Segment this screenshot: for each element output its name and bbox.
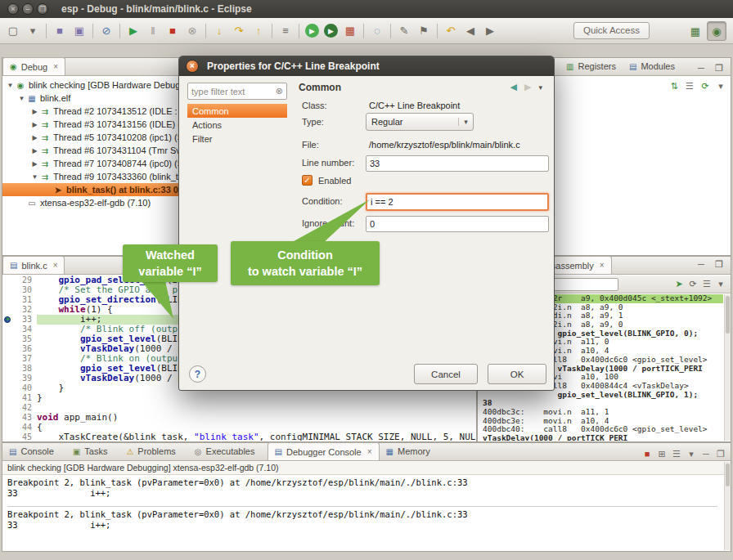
step-over-icon[interactable]: ↷ (230, 22, 248, 40)
tab-tasks[interactable]: ▣ Tasks (66, 442, 120, 460)
annotations-icon[interactable]: ✎ (395, 22, 413, 40)
console-menu-icon[interactable]: ▾ (685, 447, 698, 460)
separator[interactable] (299, 24, 299, 38)
disassembly-line[interactable]: vTaskDelay(1000 / portTICK_PERI (483, 434, 723, 441)
terminate-console-icon[interactable]: ■ (641, 447, 654, 460)
maximize-icon[interactable]: ❐ (713, 61, 726, 74)
tab-registers[interactable]: ▥ Registers (560, 57, 623, 75)
view-menu-icon[interactable]: ▾ (714, 79, 727, 92)
enabled-checkbox[interactable]: ✓ (302, 175, 313, 186)
tab-blink-c[interactable]: ▤ blink.c × (2, 256, 65, 274)
scrollbar-thumb[interactable] (726, 464, 730, 486)
instruction-stepping-icon[interactable]: ≡ (277, 22, 295, 40)
separator[interactable] (363, 24, 364, 38)
code-line[interactable]: 43void app_main() (2, 413, 476, 423)
back-history-icon[interactable]: ◀ (461, 22, 479, 40)
code-line[interactable]: 41} (2, 393, 476, 403)
separator[interactable] (46, 24, 47, 38)
condition-input[interactable] (366, 193, 549, 211)
line-number-input[interactable] (366, 155, 549, 172)
filter-box[interactable]: type filter text ⊗ (187, 83, 287, 100)
back-arrow-icon[interactable]: ◀ (510, 82, 517, 92)
clear-filter-icon[interactable]: ⊗ (276, 86, 283, 96)
step-return-icon[interactable]: ↑ (250, 22, 268, 40)
dialog-nav-filter[interactable]: Filter (187, 132, 287, 146)
cancel-button[interactable]: Cancel (414, 364, 478, 384)
close-tab-icon[interactable]: × (53, 62, 58, 71)
help-button[interactable]: ? (189, 365, 206, 383)
profile-icon[interactable]: ▦ (341, 22, 359, 40)
tree-expander-icon[interactable]: ▶ (30, 134, 39, 141)
breakpoint-marker[interactable]: ➤ (2, 315, 16, 325)
list-icon[interactable]: ☰ (683, 79, 696, 92)
ok-button[interactable]: OK (488, 364, 546, 384)
separator[interactable] (205, 24, 206, 38)
pin-console-icon[interactable]: ⊞ (655, 447, 668, 460)
ignore-count-input[interactable] (366, 216, 549, 232)
tree-expander-icon[interactable]: ▼ (6, 82, 15, 89)
tab-console[interactable]: ▤ Console (2, 442, 66, 460)
code-line[interactable]: 45 xTaskCreate(&blink_task, "blink_task"… (2, 432, 476, 441)
console-scrollbar[interactable] (724, 462, 731, 550)
scrollbar-thumb[interactable] (726, 296, 730, 334)
skip-breakpoints-icon[interactable]: ⊘ (97, 22, 115, 40)
window-maximize-button[interactable]: ❐ (37, 3, 48, 15)
separator[interactable] (390, 24, 391, 38)
goto-pc-icon[interactable]: ➤ (672, 278, 686, 291)
list-icon[interactable]: ☰ (700, 278, 713, 291)
maximize-icon[interactable]: ❐ (713, 258, 726, 271)
dialog-nav-actions[interactable]: Actions (187, 118, 287, 132)
close-tab-icon[interactable]: × (367, 447, 372, 456)
forward-history-icon[interactable]: ▶ (481, 22, 499, 40)
tab-problems[interactable]: ⚠ Problems (119, 442, 187, 460)
window-close-button[interactable]: × (7, 3, 19, 15)
view-menu-icon[interactable]: ▾ (538, 83, 542, 92)
tab-debug[interactable]: ◉ Debug × (2, 57, 65, 75)
new-menu-icon[interactable]: ▾ (24, 22, 42, 40)
search-icon[interactable]: ◌ (368, 22, 386, 40)
tree-expander-icon[interactable]: ▶ (30, 108, 39, 115)
tree-expander-icon[interactable]: ▼ (30, 173, 39, 181)
new-icon[interactable]: ▢ (4, 22, 22, 40)
perspective-debug-button[interactable]: ◉ (707, 21, 726, 41)
tab-debugger-console[interactable]: ▤ Debugger Console × (268, 442, 380, 460)
separator[interactable] (272, 24, 272, 38)
tree-expander-icon[interactable]: ▶ (30, 160, 39, 168)
step-into-icon[interactable]: ↓ (210, 22, 228, 40)
minimize-icon[interactable]: ─ (695, 61, 708, 74)
separator[interactable] (437, 24, 438, 38)
minimize-icon[interactable]: ─ (699, 447, 713, 460)
quick-access-button[interactable]: Quick Access (573, 22, 650, 39)
suspend-icon[interactable]: ‖ (144, 22, 162, 40)
tree-expander-icon[interactable]: ▶ (30, 147, 39, 155)
tab-modules[interactable]: ▤ Modules (623, 57, 681, 75)
window-minimize-button[interactable]: – (22, 3, 34, 15)
perspective-cpp-button[interactable]: ▦ (686, 21, 705, 41)
flag-icon[interactable]: ⚑ (415, 22, 433, 40)
run-icon[interactable]: ▶ (305, 24, 319, 38)
forward-arrow-icon[interactable]: ▶ (524, 82, 531, 92)
dialog-close-button[interactable]: × (186, 60, 199, 73)
refresh-icon[interactable]: ⟳ (686, 278, 699, 291)
save-all-icon[interactable]: ▣ (70, 22, 88, 40)
minimize-icon[interactable]: ─ (695, 258, 708, 271)
maximize-icon[interactable]: ❐ (714, 447, 727, 460)
layout-icon[interactable]: ⇅ (668, 79, 681, 92)
tree-expander-icon[interactable]: ▶ (30, 121, 39, 128)
save-icon[interactable]: ■ (51, 22, 69, 40)
tab-executables[interactable]: ◎ Executables (188, 442, 268, 460)
close-tab-icon[interactable]: × (53, 261, 58, 270)
disassembly-scrollbar[interactable] (724, 294, 731, 441)
tree-expander-icon[interactable]: ▼ (17, 95, 26, 102)
terminate-icon[interactable]: ■ (164, 22, 182, 40)
disconnect-icon[interactable]: ⊗ (183, 22, 201, 40)
refresh-icon[interactable]: ⟳ (699, 79, 712, 92)
tab-memory[interactable]: ▦ Memory (380, 442, 443, 460)
disassembly-line[interactable]: gpio_set_level(BLINK_GPIO, 1); (483, 391, 723, 400)
close-tab-icon[interactable]: × (600, 261, 605, 270)
separator[interactable] (92, 24, 93, 38)
separator[interactable] (119, 24, 120, 38)
type-dropdown[interactable]: Regular ▾ (366, 113, 474, 131)
display-selected-icon[interactable]: ☰ (670, 447, 683, 460)
last-edit-icon[interactable]: ↶ (442, 22, 460, 40)
